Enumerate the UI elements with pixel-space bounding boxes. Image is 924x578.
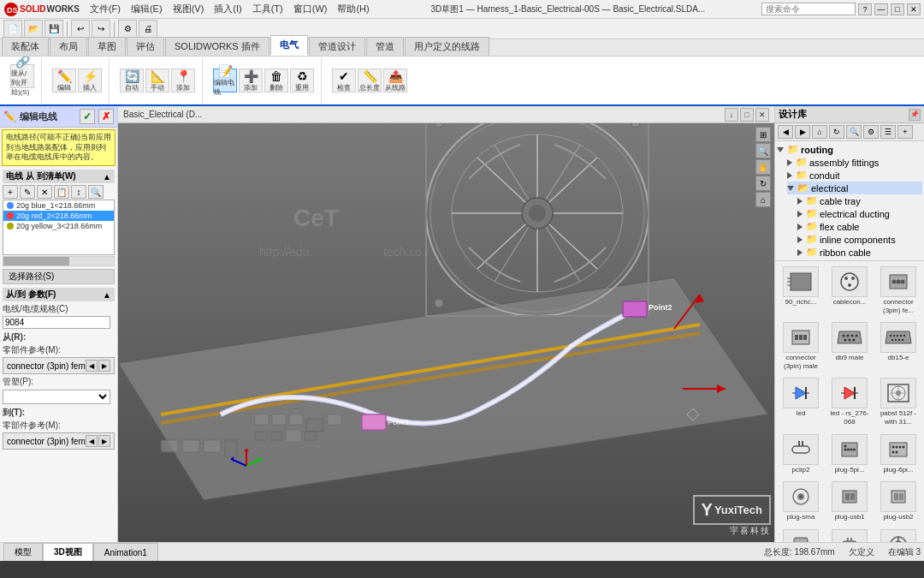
options-btn[interactable]: ⚙ xyxy=(118,20,137,39)
reuse-wire-btn[interactable]: ♻重用 xyxy=(290,69,314,92)
view-pan-btn[interactable]: ✋ xyxy=(755,159,771,175)
wire-item-1[interactable]: 20g blue_1<218.66mm xyxy=(3,200,114,211)
from-prev-btn[interactable]: ◀ xyxy=(86,360,98,372)
help-btn[interactable]: ? xyxy=(858,3,872,15)
comp-led-rs[interactable]: led - rs_276-068 xyxy=(826,375,873,428)
tree-ribbon[interactable]: 📁 ribbon cable xyxy=(797,246,922,259)
tree-conduit[interactable]: 📁 conduit xyxy=(787,169,922,182)
comp-plugusb1[interactable]: plug-usb1 xyxy=(826,479,873,524)
tab-electrical[interactable]: 电气 xyxy=(270,35,308,56)
comp-db15e[interactable]: db15-e xyxy=(875,319,921,372)
insert-conn-btn[interactable]: ⚡插入 xyxy=(78,69,102,92)
edit-wire-btn[interactable]: 📝编辑电线 xyxy=(213,69,237,92)
tab-tube[interactable]: 管道 xyxy=(366,37,404,56)
dl-forward-btn[interactable]: ▶ xyxy=(795,125,810,139)
close-btn[interactable]: ✕ xyxy=(907,3,921,15)
minimize-btn[interactable]: — xyxy=(874,3,888,15)
add-wire-icon[interactable]: + xyxy=(3,185,18,199)
menu-view[interactable]: 视图(V) xyxy=(168,1,210,17)
to-next-btn[interactable]: ▶ xyxy=(98,435,110,447)
delete-wire-btn[interactable]: 🗑删除 xyxy=(264,69,288,92)
tree-elec-ducting[interactable]: 📁 electrical ducting xyxy=(797,207,922,220)
tab-plugins[interactable]: SOLIDWORKS 插件 xyxy=(165,37,270,56)
dl-refresh-btn[interactable]: ↻ xyxy=(829,125,844,139)
save-btn[interactable]: 💾 xyxy=(44,20,63,39)
comp-cablecon[interactable]: cablecon... xyxy=(826,264,873,317)
undo-btn[interactable]: ↩ xyxy=(71,20,90,39)
comp-plugusb2[interactable]: plug-usb2 xyxy=(875,479,921,524)
menu-help[interactable]: 帮助(H) xyxy=(332,1,374,17)
dl-search-btn[interactable]: 🔍 xyxy=(846,125,862,139)
add-point-btn[interactable]: 📍添加 xyxy=(171,69,195,92)
view-rotate-btn[interactable]: ↻ xyxy=(755,176,771,191)
edit-harness-btn[interactable]: ✏️编辑 xyxy=(52,69,76,92)
vp-close-btn[interactable]: ✕ xyxy=(755,108,769,122)
tab-model[interactable]: 模型 xyxy=(3,543,43,561)
menu-tools[interactable]: 工具(T) xyxy=(247,1,288,17)
tube-dropdown[interactable] xyxy=(3,390,110,404)
wire-item-2[interactable]: 20g red_2<218.66mm xyxy=(3,211,114,221)
wire-list-collapse[interactable]: ▲ xyxy=(103,172,111,182)
tab-layout[interactable]: 布局 xyxy=(50,37,87,56)
from-next-btn[interactable]: ▶ xyxy=(98,360,110,372)
view-standard-btn[interactable]: ⊞ xyxy=(755,127,771,142)
dl-view-btn[interactable]: ☰ xyxy=(880,125,896,139)
comp-led[interactable]: led xyxy=(778,375,824,428)
tree-inline[interactable]: 📁 inline components xyxy=(797,233,922,246)
tree-electrical[interactable]: 📂 electrical xyxy=(787,182,922,194)
dl-pin-btn[interactable]: 📌 xyxy=(909,109,921,121)
menu-edit[interactable]: 编辑(E) xyxy=(126,1,168,17)
tab-assembly[interactable]: 装配体 xyxy=(2,37,49,56)
vp-expand-btn[interactable]: □ xyxy=(740,108,754,122)
new-btn[interactable]: 📄 xyxy=(3,20,22,39)
redo-btn[interactable]: ↪ xyxy=(92,20,110,39)
comp-connector3pin-fe[interactable]: connector (3pin) fe... xyxy=(875,264,921,317)
comp-plugsma[interactable]: plug-sma xyxy=(778,479,824,524)
comp-plug6pi[interactable]: plug-6pi... xyxy=(875,432,921,477)
tab-sketch[interactable]: 草图 xyxy=(88,37,126,56)
maximize-btn[interactable]: □ xyxy=(891,3,904,15)
comp-richcoh[interactable]: richco h... xyxy=(826,527,873,542)
check-route-btn[interactable]: ✔检查 xyxy=(332,69,356,92)
dl-back-btn[interactable]: ◀ xyxy=(778,125,793,139)
tree-flex-cable[interactable]: 📁 flex cable xyxy=(797,220,922,233)
attach-wire-btn[interactable]: 🔗接从/到(开始)(S) xyxy=(10,64,34,88)
tree-cable-tray[interactable]: 📁 cable tray xyxy=(797,194,922,207)
edit-wire-icon[interactable]: ✎ xyxy=(20,185,35,199)
tree-assembly-fittings[interactable]: 📁 assembly fittings xyxy=(787,156,922,169)
view-zoom-btn[interactable]: 🔍 xyxy=(755,143,771,158)
route-path-btn[interactable]: 选择路径(S) xyxy=(3,269,115,284)
to-prev-btn[interactable]: ◀ xyxy=(86,435,98,447)
total-length-btn[interactable]: 📏总长度 xyxy=(358,69,382,92)
cancel-edit-btn[interactable]: ✗ xyxy=(98,109,114,124)
add-wire-btn[interactable]: ➕添加 xyxy=(239,69,263,92)
from-to-collapse[interactable]: ▲ xyxy=(103,290,111,300)
comp-90richc[interactable]: 90_richc... xyxy=(778,264,824,317)
tab-eval[interactable]: 评估 xyxy=(127,37,164,56)
print-btn[interactable]: 🖨 xyxy=(139,20,157,39)
manual-route-btn[interactable]: 📐手动 xyxy=(145,69,169,92)
tree-routing[interactable]: 📁 routing xyxy=(777,143,922,156)
comp-connector3pin-male[interactable]: connector (3pin) male xyxy=(778,319,824,372)
wire-spec-input[interactable] xyxy=(3,316,110,329)
comp-ringter[interactable]: ring ter... xyxy=(875,527,921,542)
tab-3dview[interactable]: 3D视图 xyxy=(43,543,93,561)
vp-hide-btn[interactable]: ↓ xyxy=(725,108,738,122)
menu-insert[interactable]: 插入(I) xyxy=(209,1,246,17)
copy-wire-icon[interactable]: 📋 xyxy=(54,185,69,199)
tab-pipe[interactable]: 管道设计 xyxy=(309,37,365,56)
view-home-btn[interactable]: ⌂ xyxy=(755,192,771,207)
dl-home-btn[interactable]: ⌂ xyxy=(812,125,827,139)
confirm-btn[interactable]: ✓ xyxy=(80,109,95,124)
menu-file[interactable]: 文件(F) xyxy=(85,1,126,17)
dl-add-btn[interactable]: + xyxy=(897,125,913,139)
comp-db9male[interactable]: db9 male xyxy=(826,319,873,372)
dl-settings-btn[interactable]: ⚙ xyxy=(863,125,879,139)
comp-richcod[interactable]: richco d... xyxy=(778,527,824,542)
open-btn[interactable]: 📂 xyxy=(24,20,43,39)
auto-route-btn[interactable]: 🔄自动 xyxy=(120,69,144,92)
comp-plug5pi[interactable]: plug-5pi... xyxy=(826,432,873,477)
delete-wire-icon[interactable]: ✕ xyxy=(37,185,52,199)
export-btn[interactable]: 📤从线路 xyxy=(383,69,407,92)
wire-item-3[interactable]: 20g yellow_3<218.66mm xyxy=(3,221,114,231)
